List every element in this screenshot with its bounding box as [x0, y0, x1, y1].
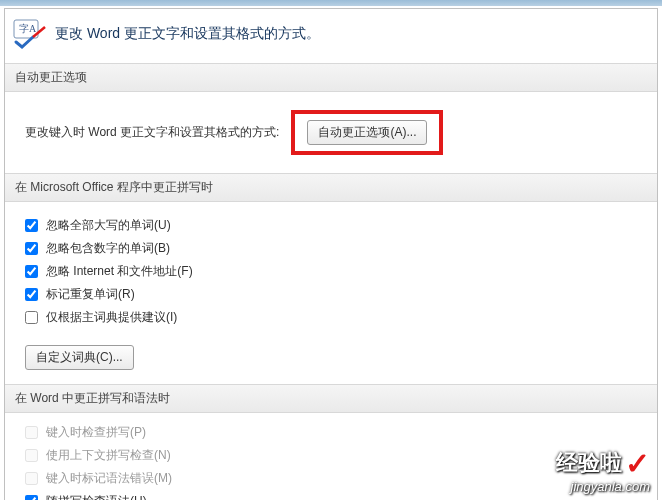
word-spell-label-0: 键入时检查拼写(P) — [46, 424, 146, 441]
custom-dict-row: 自定义词典(C)... — [5, 337, 657, 384]
office-spell-label-2: 忽略 Internet 和文件地址(F) — [46, 263, 193, 280]
custom-dictionaries-button[interactable]: 自定义词典(C)... — [25, 345, 134, 370]
office-spell-row-0[interactable]: 忽略全部大写的单词(U) — [25, 214, 637, 237]
section-word-spell-header: 在 Word 中更正拼写和语法时 — [5, 384, 657, 413]
word-spell-checkbox-0 — [25, 426, 38, 439]
word-spell-checkbox-1 — [25, 449, 38, 462]
office-spell-checkbox-2[interactable] — [25, 265, 38, 278]
office-spell-group: 忽略全部大写的单词(U)忽略包含数字的单词(B)忽略 Internet 和文件地… — [5, 202, 657, 337]
svg-text:字A: 字A — [19, 23, 37, 34]
office-spell-label-1: 忽略包含数字的单词(B) — [46, 240, 170, 257]
word-spell-label-1: 使用上下文拼写检查(N) — [46, 447, 171, 464]
autocorrect-row: 更改键入时 Word 更正文字和设置其格式的方式: 自动更正选项(A)... — [5, 92, 657, 173]
section-autocorrect-header: 自动更正选项 — [5, 63, 657, 92]
highlight-annotation: 自动更正选项(A)... — [291, 110, 443, 155]
office-spell-checkbox-3[interactable] — [25, 288, 38, 301]
office-spell-label-3: 标记重复单词(R) — [46, 286, 135, 303]
proofing-icon: 字A — [13, 19, 47, 49]
office-spell-row-1[interactable]: 忽略包含数字的单词(B) — [25, 237, 637, 260]
autocorrect-label: 更改键入时 Word 更正文字和设置其格式的方式: — [25, 124, 279, 141]
window-top-border — [0, 0, 662, 6]
office-spell-row-4[interactable]: 仅根据主词典提供建议(I) — [25, 306, 637, 329]
section-office-spell-header: 在 Microsoft Office 程序中更正拼写时 — [5, 173, 657, 202]
word-spell-checkbox-2 — [25, 472, 38, 485]
word-spell-group: 键入时检查拼写(P)使用上下文拼写检查(N)键入时标记语法错误(M)随拼写检查语… — [5, 413, 657, 500]
word-spell-label-2: 键入时标记语法错误(M) — [46, 470, 172, 487]
office-spell-checkbox-1[interactable] — [25, 242, 38, 255]
word-spell-row-1: 使用上下文拼写检查(N) — [25, 444, 637, 467]
word-spell-row-3[interactable]: 随拼写检查语法(H) — [25, 490, 637, 500]
word-spell-row-2: 键入时标记语法错误(M) — [25, 467, 637, 490]
office-spell-label-0: 忽略全部大写的单词(U) — [46, 217, 171, 234]
page-header: 字A 更改 Word 更正文字和设置其格式的方式。 — [5, 9, 657, 63]
word-spell-row-0: 键入时检查拼写(P) — [25, 421, 637, 444]
page-title: 更改 Word 更正文字和设置其格式的方式。 — [55, 25, 320, 43]
office-spell-label-4: 仅根据主词典提供建议(I) — [46, 309, 177, 326]
office-spell-row-2[interactable]: 忽略 Internet 和文件地址(F) — [25, 260, 637, 283]
word-spell-checkbox-3[interactable] — [25, 495, 38, 500]
office-spell-row-3[interactable]: 标记重复单词(R) — [25, 283, 637, 306]
options-panel: 字A 更改 Word 更正文字和设置其格式的方式。 自动更正选项 更改键入时 W… — [4, 8, 658, 500]
office-spell-checkbox-4[interactable] — [25, 311, 38, 324]
autocorrect-options-button[interactable]: 自动更正选项(A)... — [307, 120, 427, 145]
office-spell-checkbox-0[interactable] — [25, 219, 38, 232]
word-spell-label-3: 随拼写检查语法(H) — [46, 493, 147, 500]
